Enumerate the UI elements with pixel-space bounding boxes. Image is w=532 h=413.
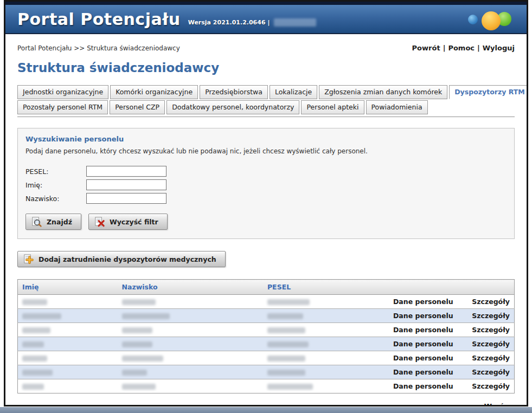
tab-personel-apteki[interactable]: Personel apteki [301, 100, 364, 114]
redacted-cell [263, 295, 376, 309]
app-title: Portal Potencjału [17, 10, 181, 29]
redacted-value [122, 313, 170, 319]
find-button-label: Znajdź [47, 218, 72, 226]
tab-przedsi-biorstwa[interactable]: Przedsiębiorstwa [200, 85, 268, 99]
redacted-cell [18, 379, 118, 393]
row-link-dane-personelu[interactable]: Dane personelu [376, 351, 458, 365]
redacted-value [22, 313, 61, 319]
table-row: Dane personeluSzczegóły [18, 365, 515, 379]
tab-kom-rki-organizacyjne[interactable]: Komórki organizacyjne [110, 85, 198, 99]
redacted-value [22, 299, 47, 305]
row-link-dane-personelu[interactable]: Dane personelu [376, 323, 458, 337]
tab-dyspozytorzy-rtm[interactable]: Dyspozytorzy RTM [449, 85, 528, 99]
redacted-cell [263, 323, 376, 337]
redacted-cell [18, 351, 118, 365]
add-employment-button-label: Dodaj zatrudnienie dyspozytorów medyczny… [39, 255, 216, 263]
table-row: Dane personeluSzczegóły [18, 379, 515, 393]
redacted-cell [263, 351, 376, 365]
tab-personel-czp[interactable]: Personel CZP [110, 100, 165, 114]
logo-circles-icon [468, 10, 511, 33]
table-row: Dane personeluSzczegóły [18, 295, 515, 309]
tab-jednostki-organizacyjne[interactable]: Jednostki organizacyjne [17, 85, 108, 99]
redacted-value [122, 299, 156, 305]
column-header-nazwisko[interactable]: Nazwisko [118, 280, 263, 295]
row-link-szczeg-y[interactable]: Szczegóły [458, 323, 515, 337]
redacted-value [267, 299, 310, 305]
column-header-actions-1 [376, 280, 458, 295]
app-header: Portal Potencjału Wersja 2021.01.2.0646 … [5, 5, 527, 34]
top-link-wyloguj[interactable]: Wyloguj [483, 44, 515, 52]
column-header-actions-2 [458, 280, 515, 295]
nazwisko-label: Nazwisko: [25, 195, 86, 203]
row-link-szczeg-y[interactable]: Szczegóły [458, 351, 515, 365]
back-to-top-row: W górę [17, 402, 512, 406]
row-link-szczeg-y[interactable]: Szczegóły [458, 309, 515, 323]
redacted-cell [18, 365, 118, 379]
redacted-value [122, 356, 163, 362]
search-panel-description: Podaj dane personelu, który chcesz wyszu… [25, 147, 507, 155]
nazwisko-input[interactable] [86, 193, 166, 204]
redacted-value [122, 341, 152, 347]
row-link-dane-personelu[interactable]: Dane personelu [376, 337, 458, 351]
redacted-cell [263, 337, 376, 351]
nav-separator: | [477, 44, 480, 52]
clear-filter-icon [94, 216, 105, 228]
tabs-row-1: Jednostki organizacyjneKomórki organizac… [17, 85, 515, 100]
pesel-input[interactable] [86, 166, 166, 177]
search-panel-title: Wyszukiwanie personelu [25, 135, 507, 143]
imie-field-row: Imię: [25, 179, 507, 190]
redacted-value [22, 384, 44, 390]
redacted-value [22, 370, 53, 376]
page-title: Struktura świadczeniodawcy [17, 61, 515, 75]
clear-filter-button[interactable]: Wyczyść filtr [88, 214, 168, 230]
back-to-top-link[interactable]: W górę [484, 402, 512, 406]
top-link-pomoc[interactable]: Pomoc [448, 44, 475, 52]
redacted-value [122, 327, 152, 333]
redacted-value [267, 370, 305, 376]
search-panel: Wyszukiwanie personelu Podaj dane person… [17, 128, 515, 239]
row-link-szczeg-y[interactable]: Szczegóły [458, 337, 515, 351]
table-row: Dane personeluSzczegóły [18, 337, 515, 351]
tab-dodatkowy-personel-koordynatorzy[interactable]: Dodatkowy personel, koordynatorzy [166, 100, 299, 114]
top-link-powr-t[interactable]: Powrót [412, 44, 440, 52]
breadcrumb: Portal Potencjału >> Struktura świadczen… [17, 44, 180, 52]
add-icon [23, 254, 34, 265]
tab-powiadomienia[interactable]: Powiadomienia [366, 100, 428, 114]
redacted-cell [118, 379, 263, 393]
breadcrumb-row: Portal Potencjału >> Struktura świadczen… [17, 44, 515, 52]
find-icon [31, 216, 42, 228]
table-row: Dane personeluSzczegóły [18, 351, 515, 365]
row-link-szczeg-y[interactable]: Szczegóły [458, 365, 515, 379]
tab-pozosta-y-personel-rtm[interactable]: Pozostały personel RTM [17, 100, 108, 114]
row-link-dane-personelu[interactable]: Dane personelu [376, 379, 458, 393]
add-employment-button[interactable]: Dodaj zatrudnienie dyspozytorów medyczny… [17, 251, 226, 267]
find-button[interactable]: Znajdź [25, 214, 81, 230]
redacted-cell [18, 295, 118, 309]
redacted-value [22, 341, 44, 347]
redacted-cell [18, 337, 118, 351]
logo-orange-ball-icon [482, 11, 501, 30]
pesel-label: PESEL: [25, 167, 86, 176]
tabs-underline [17, 117, 515, 117]
tab-lokalizacje[interactable]: Lokalizacje [270, 85, 317, 99]
table-row: Dane personeluSzczegóły [18, 309, 515, 323]
tab-zg-oszenia-zmian-danych-kom-rek[interactable]: Zgłoszenia zmian danych komórek [319, 85, 447, 99]
row-link-szczeg-y[interactable]: Szczegóły [458, 295, 515, 309]
redacted-value [22, 356, 47, 362]
page-container: Portal Potencjału Wersja 2021.01.2.0646 … [4, 0, 528, 406]
redacted-value [267, 356, 305, 362]
imie-input[interactable] [86, 179, 166, 190]
redacted-cell [263, 365, 376, 379]
row-link-dane-personelu[interactable]: Dane personelu [376, 295, 458, 309]
row-link-szczeg-y[interactable]: Szczegóły [458, 379, 515, 393]
row-link-dane-personelu[interactable]: Dane personelu [376, 309, 458, 323]
column-header-pesel[interactable]: PESEL [263, 280, 376, 295]
imie-label: Imię: [25, 181, 86, 189]
redacted-cell [118, 365, 263, 379]
logo-blue-ball-icon [468, 15, 478, 24]
row-link-dane-personelu[interactable]: Dane personelu [376, 365, 458, 379]
table-row: Dane personeluSzczegóły [18, 323, 515, 337]
redacted-cell [118, 351, 263, 365]
column-header-imie[interactable]: Imię [18, 280, 118, 295]
redacted-value [122, 384, 156, 390]
